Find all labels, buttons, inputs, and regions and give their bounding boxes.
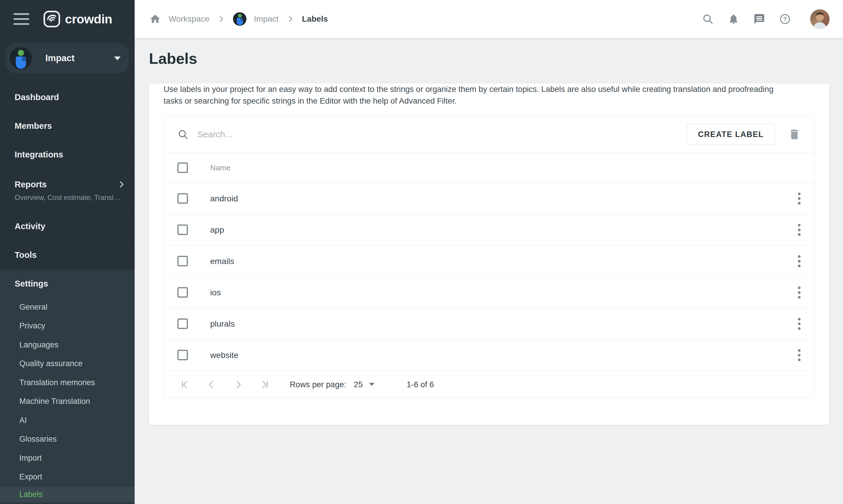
breadcrumb-current: Labels: [302, 14, 328, 24]
row-kebab-menu-icon[interactable]: [793, 252, 806, 270]
breadcrumb: Workspace Impact Labels: [149, 12, 328, 26]
previous-page-icon[interactable]: [206, 379, 217, 390]
labels-card: Use labels in your project for an easy w…: [149, 84, 829, 425]
sidebar-item-members[interactable]: Members: [0, 111, 134, 140]
table-row-plurals: plurals: [164, 308, 814, 339]
table-row-website: website: [164, 339, 814, 371]
sidebar-item-export[interactable]: Export: [0, 468, 134, 487]
breadcrumb-project[interactable]: Impact: [254, 14, 279, 24]
rows-per-page-label: Rows per page:: [290, 380, 346, 389]
sidebar-item-reports[interactable]: Reports Overview, Cost estimate, Transl…: [0, 169, 134, 212]
page-title: Labels: [149, 50, 843, 67]
sidebar-item-dashboard[interactable]: Dashboard: [0, 83, 134, 111]
notifications-bell-icon[interactable]: [728, 13, 739, 25]
search-field: [177, 129, 687, 140]
topbar: Workspace Impact Labels ?: [134, 0, 843, 38]
label-name: android: [210, 194, 238, 203]
row-checkbox[interactable]: [177, 256, 188, 266]
first-page-icon[interactable]: [179, 379, 190, 390]
chevron-down-icon: [114, 56, 121, 60]
sidebar-item-ai[interactable]: AI: [0, 411, 134, 430]
labels-toolbar: CREATE LABEL: [164, 116, 814, 152]
sidebar-item-activity[interactable]: Activity: [0, 212, 134, 240]
row-kebab-menu-icon[interactable]: [793, 284, 806, 301]
search-input[interactable]: [197, 129, 687, 139]
home-icon[interactable]: [149, 13, 161, 25]
topbar-actions: ?: [702, 10, 829, 29]
row-checkbox[interactable]: [177, 193, 188, 204]
row-checkbox[interactable]: [177, 319, 188, 329]
project-avatar-icon: [10, 47, 32, 69]
create-label-button[interactable]: CREATE LABEL: [687, 124, 775, 145]
sidebar-item-labels[interactable]: Labels: [0, 486, 134, 503]
table-row-ios: ios: [164, 276, 814, 308]
sidebar-item-integrations[interactable]: Integrations: [0, 140, 134, 169]
labels-table: CREATE LABEL Name android app ema: [164, 116, 814, 398]
table-header-row: Name: [164, 152, 814, 183]
delete-trash-icon[interactable]: [788, 128, 801, 141]
sidebar-item-privacy[interactable]: Privacy: [0, 317, 134, 336]
row-kebab-menu-icon[interactable]: [793, 190, 806, 207]
chevron-right-icon: [117, 180, 126, 189]
chevron-down-icon: [369, 383, 374, 386]
sidebar-item-import[interactable]: Import: [0, 449, 134, 468]
crowdin-logo-icon: [43, 11, 60, 28]
main-content: Labels Use labels in your project for an…: [134, 38, 843, 504]
row-kebab-menu-icon[interactable]: [793, 221, 806, 238]
table-row-android: android: [164, 183, 814, 214]
search-icon[interactable]: [702, 13, 714, 25]
rows-per-page-select[interactable]: 25: [354, 380, 375, 389]
labels-description-line2: tasks or searching for specific strings …: [164, 95, 814, 107]
sidebar-item-quality-assurance[interactable]: Quality assurance: [0, 355, 134, 374]
sidebar-item-settings[interactable]: Settings: [0, 270, 134, 298]
search-icon: [177, 129, 189, 140]
last-page-icon[interactable]: [260, 379, 270, 390]
label-name: ios: [210, 288, 221, 298]
chat-icon[interactable]: [753, 13, 765, 25]
table-row-emails: emails: [164, 245, 814, 276]
sidebar: crowdin Impact Dashboard Members Integra…: [0, 0, 134, 504]
sidebar-item-machine-translation[interactable]: Machine Translation: [0, 392, 134, 411]
row-checkbox[interactable]: [177, 224, 188, 235]
chevron-right-icon: [217, 15, 226, 23]
next-page-icon[interactable]: [233, 379, 244, 390]
label-name: app: [210, 225, 224, 235]
label-name: website: [210, 350, 238, 360]
svg-text:?: ?: [783, 16, 787, 22]
row-checkbox[interactable]: [177, 287, 188, 298]
name-column-header: Name: [210, 163, 230, 173]
pagination-controls: [179, 379, 270, 390]
sidebar-item-languages[interactable]: Languages: [0, 336, 134, 355]
pagination-range: 1-6 of 6: [407, 380, 434, 389]
crowdin-wordmark: crowdin: [65, 12, 112, 26]
sidebar-item-glossaries[interactable]: Glossaries: [0, 430, 134, 449]
reports-subtitle: Overview, Cost estimate, Transl…: [15, 194, 126, 202]
breadcrumb-project-avatar-icon: [233, 12, 247, 26]
table-row-app: app: [164, 214, 814, 245]
labels-description-line1: Use labels in your project for an easy w…: [164, 84, 814, 95]
breadcrumb-workspace[interactable]: Workspace: [168, 14, 210, 24]
user-avatar[interactable]: [810, 10, 829, 29]
row-checkbox[interactable]: [177, 350, 188, 360]
project-switcher[interactable]: Impact: [6, 43, 129, 73]
crowdin-logo[interactable]: crowdin: [43, 11, 112, 28]
help-icon[interactable]: ?: [779, 13, 791, 25]
sidebar-header: crowdin: [0, 0, 134, 38]
row-kebab-menu-icon[interactable]: [793, 346, 806, 364]
sidebar-item-general[interactable]: General: [0, 298, 134, 317]
select-all-checkbox[interactable]: [177, 162, 188, 173]
label-name: emails: [210, 256, 234, 266]
hamburger-menu-icon[interactable]: [14, 13, 29, 25]
chevron-right-icon: [286, 15, 294, 23]
sidebar-item-translation-memories[interactable]: Translation memories: [0, 373, 134, 392]
project-switcher-label: Impact: [46, 53, 75, 64]
sidebar-settings-section: Settings General Privacy Languages Quali…: [0, 269, 134, 504]
rows-per-page-value: 25: [354, 380, 363, 389]
row-kebab-menu-icon[interactable]: [793, 315, 806, 332]
sidebar-menu: Dashboard Members Integrations Reports O…: [0, 83, 134, 269]
label-name: plurals: [210, 319, 235, 329]
pagination-bar: Rows per page: 25 1-6 of 6: [164, 371, 814, 398]
sidebar-item-tools[interactable]: Tools: [0, 240, 134, 269]
